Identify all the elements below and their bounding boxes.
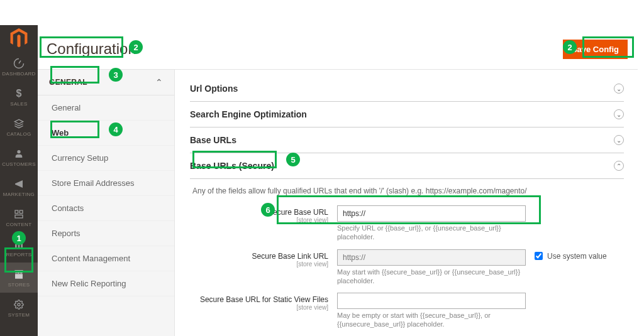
svg-rect-5 bbox=[18, 242, 20, 248]
field-hint: Specify URL or {{base_url}}, or {{unsecu… bbox=[337, 224, 526, 242]
admin-sidebar: DASHBOARD $ SALES CATALOG CUSTOMERS MARK… bbox=[0, 25, 38, 336]
gear-icon bbox=[13, 298, 25, 311]
field-scope: [store view] bbox=[192, 304, 328, 311]
store-icon bbox=[13, 268, 25, 281]
field-secure-base-static: Secure Base URL for Static View Files [s… bbox=[192, 289, 624, 333]
secure-base-link-url-input[interactable] bbox=[337, 249, 526, 266]
config-link-content-mgmt[interactable]: Content Management bbox=[38, 246, 174, 271]
nav-label: CUSTOMERS bbox=[2, 161, 36, 167]
magento-logo bbox=[0, 25, 38, 51]
main-content: Configuration Save Config GENERAL ⌃ Gene… bbox=[38, 31, 638, 336]
field-hint: May start with {{secure_base_url}} or {{… bbox=[337, 268, 526, 286]
nav-label: CONTENT bbox=[6, 222, 32, 227]
nav-sales[interactable]: $ SALES bbox=[0, 82, 38, 112]
secure-base-url-input[interactable] bbox=[337, 205, 526, 222]
expand-icon: ⌄ bbox=[614, 135, 624, 145]
nav-label: SALES bbox=[10, 101, 27, 107]
nav-label: REPORTS bbox=[6, 252, 32, 257]
nav-reports[interactable]: REPORTS bbox=[0, 232, 38, 263]
config-link-new-relic[interactable]: New Relic Reporting bbox=[38, 271, 174, 296]
use-system-value-wrap: Use system value bbox=[526, 249, 607, 261]
svg-rect-6 bbox=[21, 240, 23, 248]
nav-label: DASHBOARD bbox=[2, 71, 35, 77]
section-seo[interactable]: Search Engine Optimization ⌄ bbox=[190, 102, 624, 127]
svg-point-7 bbox=[18, 303, 20, 306]
section-base-urls[interactable]: Base URLs ⌄ bbox=[190, 127, 624, 153]
secure-base-static-input[interactable] bbox=[337, 293, 526, 309]
nav-label: CATALOG bbox=[6, 131, 31, 137]
section-title: Search Engine Optimization bbox=[190, 109, 307, 119]
page-title: Configuration bbox=[43, 38, 140, 60]
nav-label: STORES bbox=[8, 282, 30, 288]
section-base-urls-secure[interactable]: Base URLs (Secure) ⌃ bbox=[190, 153, 624, 179]
svg-rect-2 bbox=[19, 210, 23, 214]
megaphone-icon bbox=[13, 178, 25, 190]
nav-stores[interactable]: STORES bbox=[0, 263, 38, 293]
config-link-contacts[interactable]: Contacts bbox=[38, 196, 174, 221]
nav-content[interactable]: CONTENT bbox=[0, 202, 38, 232]
pages-icon bbox=[13, 208, 25, 220]
chevron-up-icon: ⌃ bbox=[155, 77, 163, 87]
nav-system[interactable]: SYSTEM bbox=[0, 293, 38, 323]
page-header: Configuration Save Config bbox=[38, 31, 638, 69]
field-label: Secure Base URL bbox=[268, 208, 328, 217]
cube-icon bbox=[13, 117, 25, 130]
field-secure-base-link-url: Secure Base Link URL [store view] May st… bbox=[192, 246, 624, 290]
field-label: Secure Base URL for Static View Files bbox=[200, 295, 328, 304]
section-url-options[interactable]: Url Options ⌄ bbox=[190, 76, 624, 102]
config-group-label: GENERAL bbox=[49, 78, 87, 87]
expand-icon: ⌄ bbox=[614, 84, 624, 94]
config-link-general[interactable]: General bbox=[38, 95, 174, 121]
svg-point-0 bbox=[17, 150, 20, 153]
secure-note: Any of the fields allow fully qualified … bbox=[192, 187, 624, 195]
nav-marketing[interactable]: MARKETING bbox=[0, 172, 38, 202]
use-system-value-label: Use system value bbox=[547, 252, 607, 261]
save-config-button[interactable]: Save Config bbox=[563, 40, 628, 59]
person-icon bbox=[13, 148, 25, 160]
field-scope: [store view] bbox=[192, 217, 328, 224]
field-secure-base-url: Secure Base URL [store view] Specify URL… bbox=[192, 202, 624, 246]
svg-rect-3 bbox=[15, 215, 23, 218]
use-system-value-checkbox[interactable] bbox=[535, 252, 543, 260]
magento-logo-icon bbox=[10, 28, 28, 48]
section-title: Base URLs (Secure) bbox=[190, 161, 274, 171]
field-hint: May be empty or start with {{secure_base… bbox=[337, 311, 526, 329]
section-title: Url Options bbox=[190, 84, 238, 94]
collapse-icon: ⌃ bbox=[614, 161, 624, 171]
config-link-store-email[interactable]: Store Email Addresses bbox=[38, 171, 174, 196]
dollar-icon: $ bbox=[13, 87, 25, 100]
nav-catalog[interactable]: CATALOG bbox=[0, 112, 38, 142]
config-nav: GENERAL ⌃ General Web Currency Setup Sto… bbox=[38, 70, 175, 336]
config-body: GENERAL ⌃ General Web Currency Setup Sto… bbox=[38, 69, 638, 336]
field-scope: [store view] bbox=[192, 261, 328, 268]
nav-label: SYSTEM bbox=[8, 312, 30, 318]
nav-customers[interactable]: CUSTOMERS bbox=[0, 142, 38, 172]
nav-label: MARKETING bbox=[3, 192, 35, 197]
section-body-secure: Any of the fields allow fully qualified … bbox=[190, 179, 624, 336]
config-link-web[interactable]: Web bbox=[38, 121, 174, 146]
config-content: Url Options ⌄ Search Engine Optimization… bbox=[175, 70, 638, 336]
chart-icon bbox=[13, 238, 25, 251]
config-link-reports[interactable]: Reports bbox=[38, 221, 174, 246]
config-group-general[interactable]: GENERAL ⌃ bbox=[38, 70, 174, 95]
config-link-currency[interactable]: Currency Setup bbox=[38, 146, 174, 171]
expand-icon: ⌄ bbox=[614, 109, 624, 119]
svg-rect-1 bbox=[15, 210, 18, 214]
gauge-icon bbox=[13, 57, 25, 70]
svg-rect-4 bbox=[15, 244, 17, 248]
section-title: Base URLs bbox=[190, 135, 236, 145]
nav-dashboard[interactable]: DASHBOARD bbox=[0, 51, 38, 82]
field-label: Secure Base Link URL bbox=[252, 252, 328, 261]
